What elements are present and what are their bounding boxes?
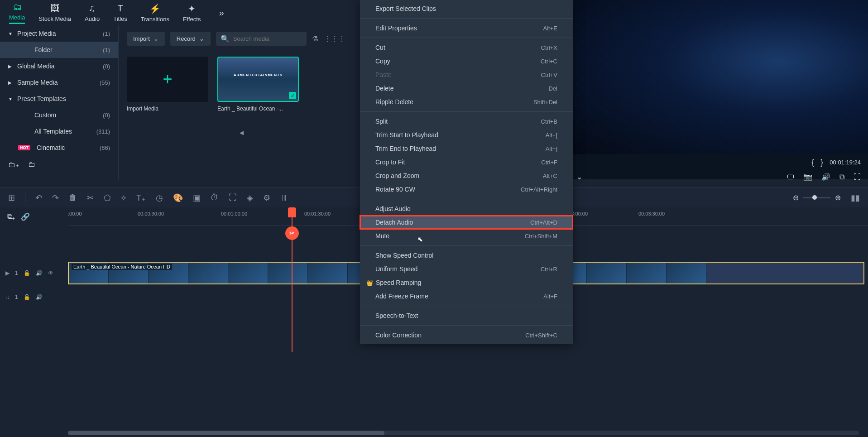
- tag-icon[interactable]: ⬠: [104, 193, 111, 203]
- greenscreen-icon[interactable]: ▣: [193, 193, 201, 203]
- import-media-card[interactable]: + Import Media: [127, 57, 208, 112]
- grid-view-icon[interactable]: ⋮⋮⋮: [324, 34, 345, 43]
- playhead-handle[interactable]: [288, 207, 296, 217]
- ctx-speech-to-text[interactable]: Speech-to-Text: [360, 309, 573, 322]
- video-track-icon[interactable]: ▶: [5, 270, 10, 276]
- preview-scrub-row: { } 00:01:19:24: [569, 154, 868, 171]
- ctx-delete[interactable]: DeleteDel: [360, 82, 573, 95]
- ctx-crop-zoom[interactable]: Crop and ZoomAlt+C: [360, 169, 573, 182]
- playhead[interactable]: ✂: [292, 207, 293, 352]
- speed-icon[interactable]: ◷: [156, 193, 163, 203]
- sidebar-item-project-media[interactable]: ▼Project Media (1): [0, 25, 118, 42]
- aspect-icon[interactable]: ⧉: [839, 173, 844, 181]
- scissors-icon[interactable]: ✂: [285, 226, 299, 240]
- ctx-trim-start[interactable]: Trim Start to PlayheadAlt+[: [360, 128, 573, 142]
- tab-audio[interactable]: ♫ Audio: [85, 3, 100, 22]
- filter-icon[interactable]: ⚗: [312, 34, 318, 43]
- undo-icon[interactable]: ↶: [35, 193, 42, 203]
- ctx-shortcut: Ctrl+C: [541, 58, 557, 65]
- tab-media[interactable]: 🗂 Media: [9, 2, 25, 24]
- text-icon[interactable]: T₊: [136, 193, 146, 203]
- sidebar-item-cinematic[interactable]: HOTCinematic (66): [0, 139, 118, 156]
- ctx-copy[interactable]: CopyCtrl+C: [360, 54, 573, 68]
- lock-icon[interactable]: 🔓: [24, 270, 30, 276]
- fullscreen-icon[interactable]: ⛶: [854, 173, 861, 181]
- quality-dropdown-icon[interactable]: ⌄: [576, 173, 582, 181]
- import-dropdown[interactable]: Import⌄: [127, 32, 165, 46]
- search-box[interactable]: 🔍: [216, 32, 307, 46]
- eye-icon[interactable]: 👁: [48, 270, 53, 276]
- video-track-header: ▶ 1 🔓 🔊 👁: [0, 270, 68, 276]
- ctx-ripple-delete[interactable]: Ripple DeleteShift+Del: [360, 95, 573, 109]
- folder-outline-icon[interactable]: 🗀: [28, 160, 35, 169]
- ctx-export-selected[interactable]: Export Selected Clips: [360, 2, 573, 15]
- mark-in-icon[interactable]: {: [811, 158, 814, 167]
- zoom-in-icon[interactable]: ⊕: [835, 193, 841, 202]
- tab-stock-media[interactable]: 🖼 Stock Media: [38, 3, 71, 22]
- ctx-split[interactable]: SplitCtrl+B: [360, 115, 573, 128]
- link-icon[interactable]: 🔗: [21, 212, 30, 221]
- fit-icon[interactable]: ▮▮: [851, 193, 860, 203]
- layout-icon[interactable]: ⊞: [8, 193, 15, 203]
- sidebar-item-all-templates[interactable]: All Templates (311): [0, 123, 118, 139]
- volume-icon[interactable]: 🔊: [821, 173, 830, 181]
- keyframe-icon[interactable]: ◈: [247, 193, 253, 203]
- color-icon[interactable]: 🎨: [173, 193, 183, 203]
- timeline-scrollbar[interactable]: [68, 431, 859, 435]
- sidebar-item-global-media[interactable]: ▶Global Media (0): [0, 58, 118, 74]
- ctx-crop-fit[interactable]: Crop to FitCtrl+F: [360, 155, 573, 169]
- item-count: (1): [103, 30, 110, 37]
- adjust-icon[interactable]: ⚙: [263, 193, 270, 203]
- ctx-adjust-audio[interactable]: Adjust Audio: [360, 202, 573, 216]
- lock-icon[interactable]: 🔓: [24, 294, 30, 300]
- tabs-overflow-button[interactable]: »: [219, 8, 224, 18]
- mute-icon[interactable]: 🔊: [36, 270, 43, 276]
- ctx-trim-end[interactable]: Trim End to PlayheadAlt+]: [360, 142, 573, 155]
- ctx-show-speed[interactable]: Show Speed Control: [360, 249, 573, 262]
- sidebar-item-preset-templates[interactable]: ▼Preset Templates: [0, 91, 118, 107]
- camera-icon[interactable]: 📷: [803, 173, 812, 181]
- sidebar-item-sample-media[interactable]: ▶Sample Media (55): [0, 74, 118, 91]
- ctx-freeze-frame[interactable]: Add Freeze FrameAlt+F: [360, 289, 573, 303]
- record-dropdown[interactable]: Record⌄: [170, 32, 211, 46]
- ctx-label: Delete: [375, 85, 393, 92]
- monitor-icon[interactable]: 🖵: [787, 173, 794, 181]
- cut-icon[interactable]: ✂: [87, 193, 94, 203]
- audio-track-icon[interactable]: ♫: [5, 294, 10, 300]
- ctx-cut[interactable]: CutCtrl+X: [360, 41, 573, 54]
- ruler-mark: 00:01:00:00: [221, 211, 247, 216]
- ctx-speed-ramping[interactable]: 👑Speed Ramping: [360, 276, 573, 289]
- ctx-rotate[interactable]: Rotate 90 CWCtrl+Alt+Right: [360, 182, 573, 196]
- mute-icon[interactable]: 🔊: [36, 294, 43, 300]
- redo-icon[interactable]: ↷: [52, 193, 59, 203]
- new-folder-icon[interactable]: 🗀₊: [8, 160, 19, 169]
- crop-icon[interactable]: ⟡: [121, 193, 126, 202]
- timer-icon[interactable]: ⏱: [211, 193, 219, 202]
- sidebar-item-custom[interactable]: Custom (0): [0, 107, 118, 123]
- media-item-earth[interactable]: ARMENTERTAINMENTS ✓ Earth _ Beautiful Oc…: [217, 57, 299, 112]
- chevron-right-icon: ▶: [8, 80, 13, 85]
- search-input[interactable]: [233, 35, 302, 42]
- collapse-panel-icon[interactable]: ◀: [240, 130, 244, 136]
- zoom-slider[interactable]: [803, 197, 830, 198]
- ctx-edit-properties[interactable]: Edit PropertiesAlt+E: [360, 21, 573, 35]
- tab-titles[interactable]: T Titles: [113, 3, 127, 22]
- tab-effects[interactable]: ✦ Effects: [183, 3, 201, 23]
- item-count: (66): [100, 144, 110, 151]
- tab-transitions[interactable]: ⚡ Transitions: [141, 3, 169, 23]
- ctx-label: Speech-to-Text: [375, 312, 418, 319]
- zoom-out-icon[interactable]: ⊖: [793, 193, 799, 202]
- delete-icon[interactable]: 🗑: [69, 193, 77, 202]
- ctx-color-correction[interactable]: Color CorrectionCtrl+Shift+C: [360, 328, 573, 342]
- mixer-icon[interactable]: ⫼: [280, 193, 288, 202]
- ctx-label: Trim Start to Playhead: [375, 131, 438, 139]
- expand-icon[interactable]: ⛶: [229, 193, 237, 202]
- ctx-uniform-speed[interactable]: Uniform SpeedCtrl+R: [360, 262, 573, 276]
- preview-video[interactable]: [569, 0, 868, 154]
- mark-out-icon[interactable]: }: [820, 158, 823, 167]
- sidebar-item-folder[interactable]: Folder (1): [0, 42, 118, 58]
- ctx-detach-audio[interactable]: Detach AudioCtrl+Alt+D: [360, 216, 573, 229]
- ctx-mute[interactable]: MuteCtrl+Shift+M: [360, 229, 573, 243]
- add-track-icon[interactable]: ⧉₊: [7, 212, 14, 221]
- chevron-down-icon: ▼: [8, 31, 13, 36]
